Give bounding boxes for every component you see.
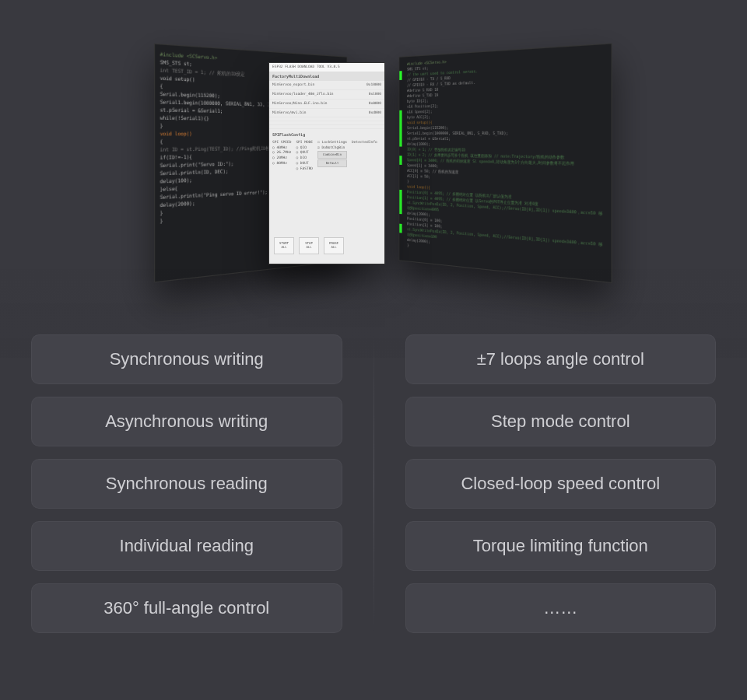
features-col-left: Synchronous writingAsynchronous writingS… — [31, 334, 342, 633]
gutter-marker — [399, 128, 402, 138]
flash-tool-panel: ESP32 FLASH DOWNLOAD TOOL V3.8.5 Factory… — [268, 62, 385, 264]
file-row: MinServoo_export.bin0x10000 — [269, 81, 384, 90]
file-row: MinServoo/Nino.ELF.ino.bin0x8000 — [269, 100, 384, 109]
gutter-marker — [399, 119, 402, 128]
gutter-marker — [399, 224, 402, 233]
features-col-right: ±7 loops angle controlStep mode controlC… — [405, 334, 717, 633]
default-button[interactable]: Default — [317, 159, 347, 167]
spi-speed-option[interactable]: ○ 80MHz — [272, 161, 291, 166]
spi-mode-option[interactable]: ○ QIO — [296, 145, 313, 151]
tool-button[interactable]: STOPALL — [299, 237, 319, 254]
code-panel-right: #include <SCServo.h>SMS_STS st;// the ua… — [399, 43, 612, 283]
tool-button[interactable]: ERASEALL — [324, 237, 344, 254]
feature-card: Synchronous reading — [31, 459, 342, 509]
file-row: MinServoo/loader_40m_2flo.bin0x1000 — [269, 90, 384, 100]
gutter-marker — [399, 138, 402, 147]
tool-titlebar: ESP32 FLASH DOWNLOAD TOOL V3.8.5 — [269, 63, 384, 72]
feature-card: Step mode control — [405, 397, 717, 446]
spi-speed-label: SPI SPEED — [272, 140, 291, 145]
hero-stage: #include <SCServo.h>SMS_STS st;int TEST_… — [0, 0, 747, 334]
spi-mode-label: SPI MODE — [296, 140, 313, 145]
feature-card: 360° full-angle control — [31, 583, 342, 633]
spi-speed-option[interactable]: ○ 26.7MHz — [272, 150, 291, 156]
spi-mode-option[interactable]: ○ DIO — [296, 156, 313, 161]
gutter-marker — [399, 71, 402, 80]
combinebin-button[interactable]: CombineBin — [317, 151, 347, 159]
feature-card: …… — [405, 583, 717, 633]
feature-card: Synchronous writing — [31, 334, 342, 384]
spi-config-header: SPIFlashConfig — [272, 132, 381, 138]
features-grid: Synchronous writingAsynchronous writingS… — [0, 334, 747, 633]
gutter-marker — [399, 205, 402, 214]
tool-tab: FactoryMultiDownload — [269, 72, 384, 82]
feature-card: Individual reading — [31, 521, 342, 571]
spi-mode-option[interactable]: ○ DOUT — [296, 161, 313, 166]
column-divider — [374, 334, 374, 633]
detected-info-label: DetectedInfo — [352, 140, 377, 172]
donotchgbin-chk[interactable]: ☑ DoNotChgBin — [317, 145, 347, 151]
feature-card: Asynchronous writing — [31, 397, 342, 446]
spi-mode-option[interactable]: ○ QOUT — [296, 150, 313, 156]
feature-card: ±7 loops angle control — [405, 334, 717, 384]
tool-button[interactable]: STARTALL — [274, 237, 294, 254]
feature-card: Closed-loop speed control — [405, 459, 717, 509]
gutter-marker — [399, 156, 402, 165]
gutter-marker — [399, 110, 402, 120]
spi-mode-option[interactable]: ○ FASTRD — [296, 166, 313, 172]
file-row: MinServo/mvi.bin0xd000 — [269, 109, 384, 118]
lock-settings-chk[interactable]: ☐ LockSettings — [317, 140, 347, 145]
spi-speed-option[interactable]: ○ 40MHz — [272, 145, 291, 151]
spi-speed-option[interactable]: ○ 20MHz — [272, 156, 291, 161]
feature-card: Torque limiting function — [405, 521, 717, 571]
